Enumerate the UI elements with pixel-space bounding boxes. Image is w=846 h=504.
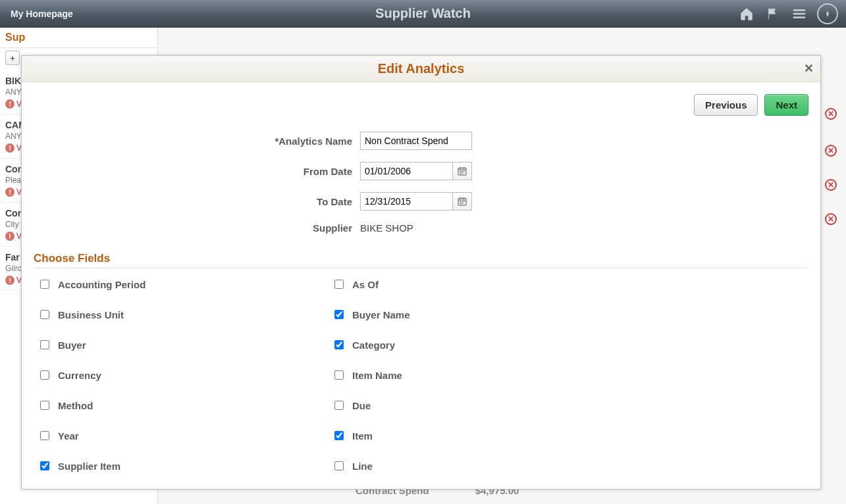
field-checkbox[interactable] xyxy=(40,461,49,470)
svg-point-4 xyxy=(463,171,464,172)
supplier-value: BIKE SHOP xyxy=(360,222,413,234)
add-button[interactable]: + xyxy=(5,51,20,65)
field-checkbox-row[interactable]: Category xyxy=(332,338,600,351)
field-label: Currency xyxy=(58,370,101,381)
fields-grid: Accounting PeriodAs OfBusiness UnitBuyer… xyxy=(34,278,600,489)
warning-icon: ! xyxy=(5,232,14,241)
svg-point-3 xyxy=(462,171,462,172)
field-checkbox-row[interactable]: Method xyxy=(38,399,305,412)
calendar-icon[interactable] xyxy=(452,192,472,211)
compass-icon[interactable] xyxy=(817,3,838,24)
supplier-label: Supplier xyxy=(34,222,360,234)
analytics-name-label: *Analytics Name xyxy=(34,136,360,147)
field-checkbox[interactable] xyxy=(334,280,344,289)
field-label: Buyer Name xyxy=(352,309,410,320)
modal-body: Previous Next *Analytics Name From Date xyxy=(22,82,820,489)
field-checkbox[interactable] xyxy=(40,340,49,349)
home-icon[interactable] xyxy=(738,5,755,22)
from-date-input[interactable] xyxy=(360,162,452,180)
back-button[interactable]: My Homepage xyxy=(0,0,81,27)
sidebar-title: Sup xyxy=(5,32,25,43)
analytics-name-input[interactable] xyxy=(360,132,472,150)
warning-icon: ! xyxy=(5,188,14,197)
field-checkbox-row[interactable]: Supplier Item xyxy=(38,459,305,472)
svg-point-6 xyxy=(462,173,462,174)
field-checkbox-row[interactable]: Item xyxy=(332,429,600,442)
back-label: My Homepage xyxy=(11,9,73,19)
field-checkbox[interactable] xyxy=(334,401,344,410)
next-button[interactable]: Next xyxy=(764,94,808,116)
modal-titlebar: Edit Analytics ✕ xyxy=(22,56,820,82)
field-label: Due xyxy=(352,400,371,411)
sidebar-item-warning: !V xyxy=(5,143,22,153)
svg-point-10 xyxy=(463,201,464,202)
field-checkbox[interactable] xyxy=(334,370,344,380)
modal-title: Edit Analytics xyxy=(378,61,465,76)
field-checkbox-row[interactable]: Buyer xyxy=(38,338,305,351)
field-label: Line xyxy=(352,461,373,472)
field-checkbox[interactable] xyxy=(334,461,344,470)
field-checkbox[interactable] xyxy=(40,370,49,380)
field-checkbox-row[interactable]: Business Unit xyxy=(38,308,305,321)
field-checkbox[interactable] xyxy=(334,310,344,319)
delete-row-icon[interactable]: ✕ xyxy=(825,213,837,225)
field-checkbox[interactable] xyxy=(40,431,49,440)
field-label: Item xyxy=(352,430,373,441)
field-label: Category xyxy=(352,340,395,351)
field-label: Business Unit xyxy=(58,309,124,320)
field-checkbox-row[interactable]: Due xyxy=(332,399,600,412)
menu-icon[interactable] xyxy=(791,5,808,22)
field-checkbox[interactable] xyxy=(334,431,344,440)
field-checkbox[interactable] xyxy=(40,310,49,319)
app-body: Sup + BIKANY!VCAMANY!VConPlea!VConCity T… xyxy=(0,28,846,504)
previous-button[interactable]: Previous xyxy=(694,94,758,116)
warning-icon: ! xyxy=(5,99,14,109)
field-label: Buyer xyxy=(58,340,86,351)
field-checkbox[interactable] xyxy=(40,401,49,410)
field-checkbox-row[interactable]: Year xyxy=(38,429,305,442)
delete-row-icon[interactable]: ✕ xyxy=(825,145,837,157)
topbar-right-icons xyxy=(738,3,846,24)
field-label: Supplier Item xyxy=(58,461,120,472)
from-date-label: From Date xyxy=(34,166,360,177)
close-icon[interactable]: ✕ xyxy=(804,61,814,76)
delete-row-icon[interactable]: ✕ xyxy=(825,179,837,191)
sidebar-item-warning: !V xyxy=(5,99,22,109)
choose-fields-title: Choose Fields xyxy=(34,252,808,265)
to-date-input[interactable] xyxy=(360,192,452,211)
modal: Edit Analytics ✕ Previous Next *Analytic… xyxy=(21,55,821,490)
warning-icon: ! xyxy=(5,276,14,285)
field-checkbox-row[interactable]: Buyer Name xyxy=(332,308,600,321)
to-date-label: To Date xyxy=(34,196,360,207)
field-checkbox[interactable] xyxy=(40,280,49,289)
delete-row-icon[interactable]: ✕ xyxy=(825,108,837,120)
svg-point-9 xyxy=(462,201,462,202)
field-label: Item Name xyxy=(352,370,402,381)
svg-marker-0 xyxy=(826,11,829,16)
divider xyxy=(34,268,808,268)
field-label: Method xyxy=(58,400,93,411)
modal-button-row: Previous Next xyxy=(34,82,808,120)
field-label: Accounting Period xyxy=(58,279,145,290)
field-checkbox[interactable] xyxy=(334,340,344,349)
sidebar-item-warning: !V xyxy=(5,232,22,241)
topbar: My Homepage Supplier Watch xyxy=(0,0,846,28)
flag-icon[interactable] xyxy=(764,5,781,22)
calendar-icon[interactable] xyxy=(452,162,472,180)
page-title: Supplier Watch xyxy=(0,6,846,21)
field-checkbox-row[interactable]: Line xyxy=(332,459,600,472)
field-checkbox-row[interactable]: Currency xyxy=(38,368,305,382)
field-checkbox-row[interactable]: Accounting Period xyxy=(38,278,305,291)
svg-point-8 xyxy=(460,201,461,202)
svg-point-5 xyxy=(460,173,461,174)
sidebar-item-warning: !V xyxy=(5,276,22,285)
warning-icon: ! xyxy=(5,143,14,153)
sidebar-item-warning: !V xyxy=(5,188,22,197)
field-label: Year xyxy=(58,430,79,441)
svg-point-2 xyxy=(460,171,461,172)
field-checkbox-row[interactable]: As Of xyxy=(332,278,600,291)
field-label: As Of xyxy=(352,279,379,290)
modal-form: *Analytics Name From Date To Date xyxy=(34,132,808,234)
field-checkbox-row[interactable]: Item Name xyxy=(332,368,600,382)
svg-point-11 xyxy=(460,203,461,204)
